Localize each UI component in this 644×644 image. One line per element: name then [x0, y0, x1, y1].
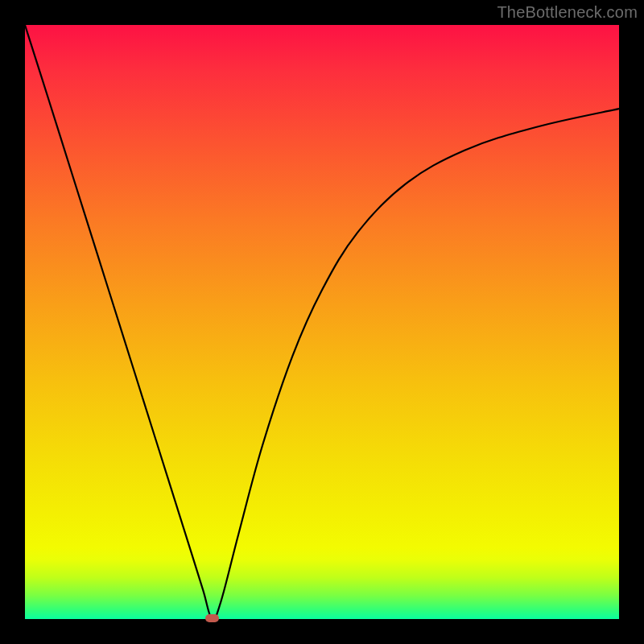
bottleneck-curve: [25, 25, 619, 619]
watermark-text: TheBottleneck.com: [497, 3, 638, 22]
plot-area: [25, 25, 619, 619]
chart-frame: TheBottleneck.com: [0, 0, 644, 644]
min-marker: [205, 614, 219, 622]
